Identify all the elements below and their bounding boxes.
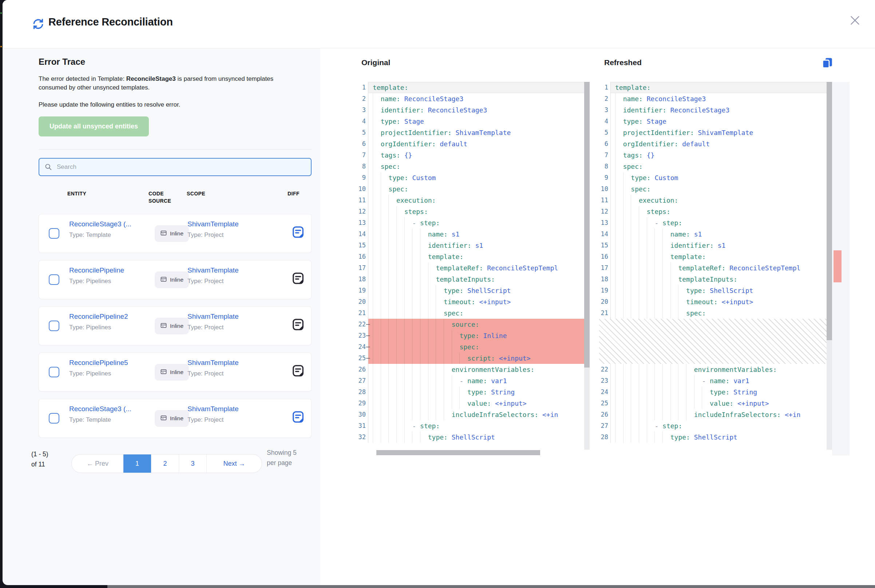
refreshed-panel-title: Refreshed — [604, 58, 642, 67]
line-number: 16 — [599, 251, 611, 262]
original-panel-title: Original — [362, 58, 390, 67]
search-input[interactable] — [57, 164, 306, 171]
code-line: 13 - step: — [357, 217, 590, 228]
reconcile-refresh-icon — [32, 18, 45, 31]
prev-page-button[interactable]: ← Prev — [72, 454, 123, 472]
line-number: 28 — [599, 432, 611, 443]
copy-icon[interactable] — [821, 57, 833, 69]
scope-name-link[interactable]: ShivamTemplate — [188, 220, 239, 228]
entity-name-link[interactable]: ReconcileStage3 (... — [69, 220, 131, 228]
table-row: ReconcilePipeline5Type: PipelinesInlineS… — [39, 352, 312, 392]
entity-type-label: Type: Pipelines — [69, 278, 111, 285]
code-line: 11 execution: — [599, 195, 832, 206]
table-row: ReconcilePipelineType: PipelinesInlineSh… — [39, 260, 312, 299]
code-line: 25 value: <+input> — [599, 398, 832, 409]
code-line: 2 name: ReconcileStage3 — [357, 93, 590, 104]
line-number: 30 — [357, 409, 368, 420]
page-button-1[interactable]: 1 — [123, 454, 151, 472]
line-number: 26 — [599, 409, 611, 420]
code-line: 4 type: Stage — [357, 116, 590, 127]
entity-name-link[interactable]: ReconcilePipeline2 — [69, 312, 128, 321]
code-line: 7 tags: {} — [357, 150, 590, 161]
next-page-button[interactable]: Next → — [206, 454, 262, 472]
code-line: 2 name: ReconcileStage3 — [599, 93, 832, 104]
error-template-name: ReconcileStage3 — [126, 75, 176, 82]
entity-name-link[interactable]: ReconcileStage3 (... — [69, 405, 131, 413]
line-number: 28 — [357, 386, 368, 398]
line-number: 17 — [599, 262, 611, 274]
column-header-scope: SCOPE — [187, 190, 205, 197]
line-number: 21 — [599, 308, 611, 319]
original-code-panel: 1template:2 name: ReconcileStage33 ident… — [357, 82, 590, 456]
line-number: 22– — [357, 319, 368, 330]
search-box — [39, 158, 312, 176]
code-line: 30 includeInfraSelectors: <+in — [357, 409, 590, 420]
diff-file-icon[interactable] — [291, 226, 305, 239]
line-number: 27 — [599, 420, 611, 432]
inline-storage-icon — [160, 414, 167, 423]
page-button-3[interactable]: 3 — [179, 454, 206, 472]
line-number: 9 — [357, 172, 368, 183]
scope-name-link[interactable]: ShivamTemplate — [188, 312, 239, 321]
line-number: 3 — [357, 104, 368, 116]
entity-name-link[interactable]: ReconcilePipeline — [69, 266, 124, 274]
divider — [39, 149, 312, 150]
code-line: 31 - step: — [357, 420, 590, 432]
diff-file-icon[interactable] — [291, 410, 305, 423]
diff-file-icon[interactable] — [291, 272, 305, 285]
column-header-entity: ENTITY — [68, 190, 86, 197]
diff-file-icon[interactable] — [291, 318, 305, 331]
code-line: 11 execution: — [357, 195, 590, 206]
row-checkbox[interactable] — [49, 274, 59, 285]
entity-type-label: Type: Pipelines — [69, 370, 111, 377]
line-number: 2 — [357, 93, 368, 104]
scope-name-link[interactable]: ShivamTemplate — [188, 405, 239, 413]
search-icon — [44, 163, 53, 171]
diff-file-icon[interactable] — [291, 364, 305, 377]
row-checkbox[interactable] — [49, 413, 59, 423]
line-number: 6 — [599, 138, 611, 150]
entity-type-label: Type: Pipelines — [69, 324, 111, 331]
refreshed-code-panel: 1template:2 name: ReconcileStage33 ident… — [599, 82, 832, 456]
update-all-unsynced-entities-button[interactable]: Update all unsynced entities — [39, 116, 149, 136]
table-row: ReconcileStage3 (...Type: TemplateInline… — [39, 399, 312, 438]
entity-name-link[interactable]: ReconcilePipeline5 — [69, 359, 128, 367]
code-line: 23 - name: var1 — [599, 375, 832, 386]
refreshed-vertical-scrollbar-thumb[interactable] — [827, 82, 832, 340]
code-line: 28 type: ShellScript — [599, 432, 832, 443]
underlying-page-scrollbar[interactable] — [107, 585, 875, 588]
row-checkbox[interactable] — [49, 228, 59, 239]
dialog-title: Reference Reconciliation — [48, 16, 173, 28]
page-button-2[interactable]: 2 — [151, 454, 179, 472]
code-source-label: Inline — [170, 276, 183, 283]
code-line: 21 spec: — [599, 308, 832, 319]
line-number: 8 — [357, 161, 368, 172]
scope-name-link[interactable]: ShivamTemplate — [188, 266, 239, 274]
row-checkbox[interactable] — [49, 367, 59, 377]
close-icon[interactable] — [848, 14, 861, 27]
code-line: 15 identifier: s1 — [357, 240, 590, 251]
original-horizontal-scrollbar-thumb[interactable] — [376, 450, 540, 455]
code-line: 22– source: — [357, 319, 590, 330]
row-checkbox[interactable] — [49, 321, 59, 331]
diff-change-marker[interactable] — [833, 250, 842, 282]
code-source-badge: Inline — [155, 225, 189, 242]
code-line: 24– spec: — [357, 341, 590, 352]
code-line: 22 environmentVariables: — [599, 364, 832, 375]
line-number: 1 — [357, 82, 368, 93]
code-source-label: Inline — [170, 415, 183, 422]
scope-type-label: Type: Project — [188, 278, 224, 285]
line-number: 17 — [357, 262, 368, 274]
line-number: 4 — [599, 116, 611, 127]
background-speck — [0, 12, 2, 14]
line-number: 14 — [599, 228, 611, 240]
column-header-diff: DIFF — [288, 190, 300, 197]
arrow-right-icon: → — [237, 460, 245, 468]
code-line: 15 identifier: s1 — [599, 240, 832, 251]
scope-name-link[interactable]: ShivamTemplate — [188, 359, 239, 367]
code-line: 17 templateRef: ReconcileStepTempl — [599, 262, 832, 274]
line-number: 7 — [357, 150, 368, 161]
code-line: 27 - name: var1 — [357, 375, 590, 386]
code-line: 16 template: — [357, 251, 590, 262]
original-vertical-scrollbar-thumb[interactable] — [584, 82, 590, 368]
